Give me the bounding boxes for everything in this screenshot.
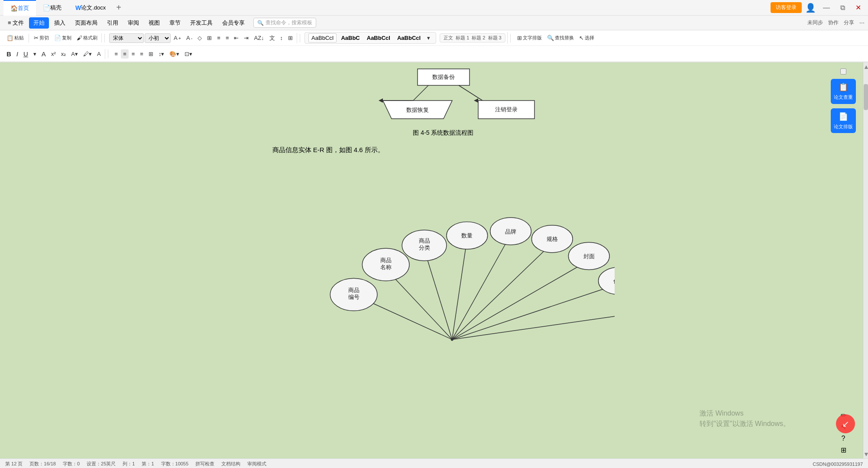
tab-doc-label: 论文.docx	[81, 4, 106, 12]
menu-insert[interactable]: 插入	[50, 17, 70, 29]
paste-button[interactable]: 📋 粘贴	[4, 33, 26, 42]
font-name-select[interactable]: 宋体	[109, 33, 144, 43]
align-right-button[interactable]: ≡	[130, 49, 137, 58]
svg-text:名称: 名称	[380, 264, 391, 270]
menu-review[interactable]: 审阅	[123, 17, 143, 29]
find-replace-icon: 🔍	[547, 35, 554, 41]
scroll-down-button[interactable]: ▼	[863, 450, 868, 458]
svg-line-13	[452, 235, 510, 340]
style-normal[interactable]: AaBbCcI	[308, 33, 337, 42]
svg-line-11	[424, 250, 452, 339]
spacing-button[interactable]: ↕	[278, 33, 285, 42]
menu-file[interactable]: ≡ 文件	[3, 17, 28, 29]
draft-icon: 📄	[43, 4, 50, 11]
menu-chapter[interactable]: 章节	[165, 17, 185, 29]
chinese-button[interactable]: 文	[267, 33, 277, 43]
indent-inc-button[interactable]: ⇥	[242, 33, 251, 42]
font-color2-button[interactable]: A▾	[69, 49, 80, 58]
question-icon[interactable]: ?	[842, 435, 845, 442]
superscript-button[interactable]: x²	[49, 49, 58, 58]
paper-format-button[interactable]: 📄 论文排版	[831, 108, 856, 133]
login-button[interactable]: 访客登录	[771, 2, 802, 13]
style-h2[interactable]: AaBbCcI	[364, 34, 393, 42]
shading-button[interactable]: 🎨▾	[167, 49, 181, 58]
paper-format-icon: 📄	[839, 112, 848, 122]
svg-text:价格: 价格	[612, 278, 614, 284]
text-layout-icon: ⊞	[517, 35, 522, 41]
dfd-node-backup: 数据备份	[432, 74, 455, 80]
indent-dec-button[interactable]: ⇤	[232, 33, 241, 42]
list-button[interactable]: ≡	[215, 33, 223, 42]
font-special-button[interactable]: ◇	[195, 33, 204, 42]
font-decrease-button[interactable]: A-	[184, 33, 194, 42]
scrollbar-thumb[interactable]	[864, 84, 868, 110]
share-btn[interactable]: 分享	[844, 19, 854, 26]
subscript-button[interactable]: x₂	[59, 49, 68, 58]
cut-button[interactable]: ✂ 剪切	[32, 33, 51, 42]
align-justify-button[interactable]: ≡	[138, 49, 146, 58]
minimize-button[interactable]: —	[819, 4, 833, 12]
menu-layout[interactable]: 页面布局	[71, 17, 102, 29]
menu-view[interactable]: 视图	[144, 17, 164, 29]
columns-button[interactable]: ⊞	[146, 49, 155, 58]
sort-button[interactable]: AZ↓	[252, 33, 266, 42]
restore-button[interactable]: ⧉	[837, 4, 849, 12]
border-button[interactable]: ⊞	[286, 33, 295, 42]
list2-button[interactable]: ≡	[223, 33, 231, 42]
tab-draft[interactable]: 📄 稿壳	[36, 0, 68, 16]
tab-draft-label: 稿壳	[50, 4, 62, 12]
paper-check-button[interactable]: 📋 论文查重	[831, 79, 856, 104]
tab-home[interactable]: 🏠 首页	[3, 0, 36, 16]
menu-search[interactable]: 🔍 查找命令，搜索模板	[253, 18, 316, 28]
menu-vip[interactable]: 会员专享	[218, 17, 249, 29]
svg-text:数量: 数量	[461, 232, 473, 239]
svg-marker-8	[474, 98, 478, 103]
menu-devtools[interactable]: 开发工具	[186, 17, 217, 29]
font-group: 宋体 小初 A+ A- ◇ ⊞ ≡ ≡ ⇤ ⇥ AZ↓ 文 ↕ ⊞	[107, 33, 297, 43]
borders-button[interactable]: ⊡▾	[182, 49, 194, 58]
font-increase-button[interactable]: A+	[172, 33, 183, 42]
separator	[300, 34, 300, 42]
doc-scroll-area[interactable]: 数据备份 数据恢复	[63, 62, 824, 458]
copy-button[interactable]: 📄 复制	[52, 33, 74, 42]
grid-icon[interactable]: ⊞	[841, 446, 846, 454]
underline-color-button[interactable]: ▾	[31, 49, 39, 58]
collab-btn[interactable]: 协作	[828, 19, 839, 26]
char-border-button[interactable]: A	[95, 49, 103, 58]
scroll-up-button[interactable]: ▲	[863, 62, 868, 71]
menu-references[interactable]: 引用	[103, 17, 123, 29]
tab-doc[interactable]: W 论文.docx	[68, 0, 113, 16]
highlight-button[interactable]: 🖊▾	[81, 49, 94, 58]
svg-line-14	[452, 243, 552, 339]
underline-button[interactable]: U	[21, 49, 30, 59]
font-wrap-button[interactable]: ⊞	[205, 33, 214, 42]
vertical-scrollbar[interactable]: ▲ ▼	[863, 62, 868, 458]
bold-button[interactable]: B	[4, 49, 13, 59]
close-button[interactable]: ✕	[852, 3, 865, 12]
styles-more-button[interactable]: ▾	[425, 33, 432, 42]
format-paint-button[interactable]: 🖌 格式刷	[74, 33, 100, 42]
style-h1[interactable]: AaBbC	[338, 34, 362, 42]
sidebar-toggle[interactable]	[840, 68, 846, 75]
font-color-button[interactable]: A	[39, 49, 48, 59]
dfd-svg: 数据备份 数据恢复	[335, 67, 552, 127]
add-tab-button[interactable]: +	[113, 3, 125, 13]
find-replace-button[interactable]: 🔍 查找替换	[545, 33, 576, 42]
align-center-button[interactable]: ≡	[121, 49, 129, 58]
align-left-button[interactable]: ≡	[113, 49, 120, 58]
text-layout-button[interactable]: ⊞ 文字排版	[515, 33, 544, 42]
line-spacing-button[interactable]: ↕▾	[156, 49, 167, 58]
er-diagram-container: 商品 编号 商品 名称 商品 分类 数量 品牌	[272, 161, 615, 343]
italic-button[interactable]: I	[14, 49, 20, 59]
status-build-id: CSDN@003295931197	[813, 462, 863, 467]
more-icon[interactable]: ⋯	[859, 20, 865, 26]
style-h3[interactable]: AaBbCcI	[395, 34, 423, 42]
para-group: ≡ ≡ ≡ ≡ ⊞ ↕▾ 🎨▾ ⊡▾	[111, 49, 197, 58]
style-h3-label: 标题 3	[488, 35, 502, 41]
svg-text:商品: 商品	[418, 237, 430, 244]
select-button[interactable]: ↖ 选择	[577, 33, 596, 42]
toolbar-row-1: 📋 粘贴 ✂ 剪切 📄 复制 🖌 格式刷 宋体 小初	[0, 30, 868, 46]
left-margin	[0, 62, 63, 458]
menu-start[interactable]: 开始	[29, 17, 49, 29]
font-size-select[interactable]: 小初	[145, 33, 171, 43]
